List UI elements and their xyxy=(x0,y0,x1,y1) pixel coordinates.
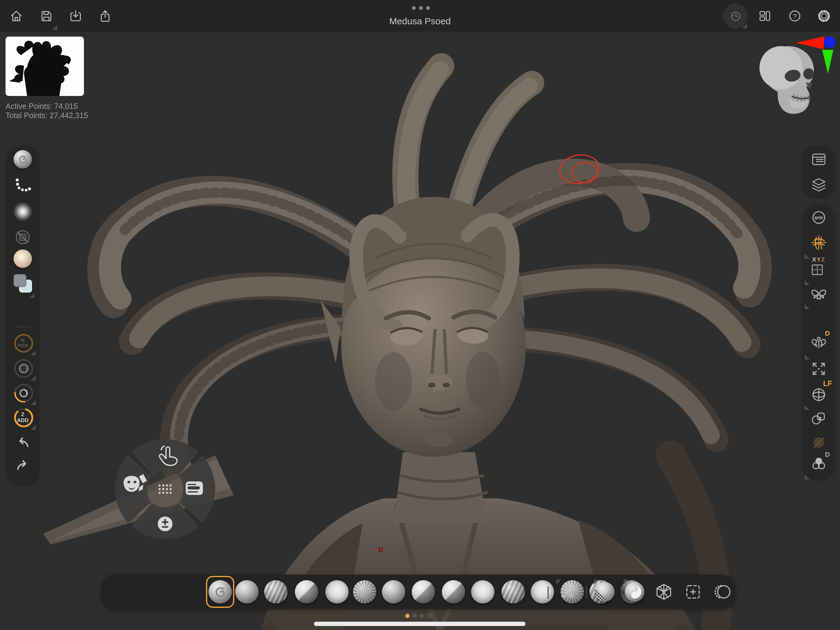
redo-icon[interactable] xyxy=(14,457,32,475)
frame-view-icon[interactable] xyxy=(810,359,828,378)
swirl-detail xyxy=(208,580,232,603)
multitask-indicator xyxy=(412,6,430,10)
stroke-type-icon[interactable] xyxy=(14,176,32,195)
active-tool-preview[interactable] xyxy=(6,36,84,96)
wireframe-globe-icon[interactable]: LF xyxy=(810,385,828,403)
dynamesh-cube-icon[interactable] xyxy=(654,582,674,602)
color-swatches-icon[interactable] xyxy=(14,274,32,293)
svg-text:?: ? xyxy=(793,13,797,20)
rgb-intensity-icon[interactable] xyxy=(14,358,32,377)
brush-carved[interactable] xyxy=(264,580,287,603)
brush-pinch-swirl[interactable] xyxy=(382,580,405,603)
alpha-icon[interactable] xyxy=(14,203,32,221)
layout-icon[interactable] xyxy=(758,9,772,23)
document-title: Medusa Psoed xyxy=(0,16,840,27)
duplicate-overlap-icon[interactable] xyxy=(810,409,828,427)
z-intensity-icon[interactable] xyxy=(14,383,32,401)
toolbar-divider xyxy=(15,326,30,327)
dynamic-subdiv-icon[interactable]: D xyxy=(810,454,828,473)
skull-icon xyxy=(759,46,814,114)
smooth-sphere-icon[interactable] xyxy=(625,582,644,602)
symmetry-distance-icon[interactable]: D xyxy=(810,334,828,353)
camera-orientation-skull[interactable] xyxy=(759,33,840,119)
brush-snake-hook[interactable] xyxy=(353,580,376,603)
home-indicator[interactable] xyxy=(314,622,526,626)
active-points: Active Points: 74,015 xyxy=(6,101,88,111)
undo-icon[interactable] xyxy=(14,434,32,453)
gizmo-deform-icon[interactable] xyxy=(810,233,828,252)
plus-minus-icon xyxy=(158,516,172,531)
brush-inflate[interactable] xyxy=(325,580,349,603)
brush-fibers[interactable] xyxy=(502,580,525,603)
top-toolbar: Medusa Psoed ? xyxy=(0,0,840,32)
bottom-brush-bar xyxy=(101,575,736,609)
help-icon[interactable]: ? xyxy=(788,9,802,23)
mask-sphere-icon[interactable] xyxy=(595,582,615,602)
browser-icon[interactable] xyxy=(810,150,828,169)
history-icon[interactable] xyxy=(723,4,748,28)
svg-text:BPR: BPR xyxy=(815,216,823,220)
brush-move-dome[interactable] xyxy=(531,580,554,603)
mrgb-mode-icon[interactable]: M RGB xyxy=(14,333,32,351)
zadd-mode-icon[interactable]: Z ADD xyxy=(14,408,32,426)
marquee-add-icon[interactable] xyxy=(683,582,703,602)
radial-quick-menu[interactable] xyxy=(112,436,218,542)
pivot-marker xyxy=(379,548,382,552)
brush-flatten[interactable] xyxy=(471,580,494,603)
medusa-silhouette xyxy=(6,36,84,96)
floor-grid-icon[interactable]: XYZ xyxy=(810,259,828,277)
right-panel-main: BPR XYZ xyxy=(803,204,834,478)
zbrush-app: Medusa Psoed ? Acti xyxy=(0,0,840,630)
axis-x-icon xyxy=(796,36,825,49)
bpr-render-icon[interactable]: BPR xyxy=(810,208,828,227)
page-dot-3[interactable] xyxy=(427,614,432,618)
brush-trim-cut[interactable] xyxy=(412,580,435,603)
material-icon[interactable] xyxy=(14,250,32,268)
point-stats: Active Points: 74,015 Total Points: 27,4… xyxy=(6,101,88,120)
brush-rough-rock[interactable] xyxy=(235,580,259,603)
transpose-gizmo-icon[interactable] xyxy=(557,582,577,602)
sliders-icon xyxy=(186,481,203,495)
settings-icon[interactable] xyxy=(817,9,831,23)
page-dot-0[interactable] xyxy=(405,614,409,618)
page-dot-1[interactable] xyxy=(413,614,417,618)
brush-clip[interactable] xyxy=(442,580,465,603)
brush-clay-swirl[interactable] xyxy=(208,580,232,603)
bar-divider xyxy=(586,586,587,598)
right-panel-top xyxy=(803,146,834,196)
bar-divider xyxy=(548,586,548,598)
layers-icon[interactable] xyxy=(810,176,828,194)
brush-preview-icon[interactable] xyxy=(14,150,32,169)
left-toolbar: M RGB Z xyxy=(7,146,38,484)
symmetry-icon[interactable] xyxy=(810,284,828,302)
page-dots[interactable] xyxy=(405,614,432,618)
axis-y-icon xyxy=(822,50,833,74)
page-dot-2[interactable] xyxy=(420,614,424,618)
texture-off-icon[interactable] xyxy=(14,228,32,246)
total-points: Total Points: 27,442,315 xyxy=(6,111,88,120)
brush-striated[interactable] xyxy=(295,580,318,603)
polypaint-disabled-icon[interactable] xyxy=(810,434,828,452)
axis-z-icon xyxy=(824,36,835,48)
projection-circle-icon[interactable] xyxy=(713,582,733,602)
